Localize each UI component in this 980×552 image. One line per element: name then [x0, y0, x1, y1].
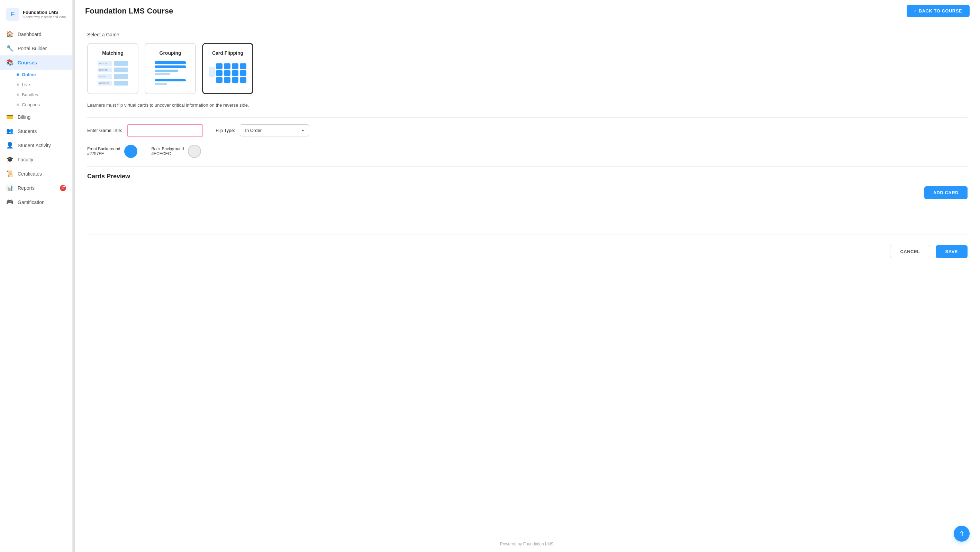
courses-icon: 📚 [6, 59, 13, 66]
back-to-course-button[interactable]: ‹ BACK TO COURSE [907, 5, 970, 17]
game-card-card-flipping[interactable]: Card Flipping [202, 43, 253, 94]
cf-cell [224, 77, 231, 83]
home-icon: 🏠 [6, 30, 13, 38]
mp-cell: MEDICAL [98, 61, 112, 66]
matching-grid: MEDICAL DOCTOR NURSE MEDICINE [98, 61, 128, 86]
gamification-icon: 🎮 [6, 198, 13, 206]
sidebar-item-label: Courses [18, 60, 37, 65]
cancel-button[interactable]: CANCEL [890, 245, 930, 258]
gp-bar [155, 70, 178, 72]
content-area: Select a Game: Matching MEDICAL DOCTOR N… [75, 22, 980, 536]
reports-icon: 📊 [6, 184, 13, 191]
flip-type-label: Flip Type: [216, 128, 235, 133]
footer: Powered by Foundation LMS. [75, 536, 980, 552]
game-card-matching[interactable]: Matching MEDICAL DOCTOR NURSE MEDICINE [87, 43, 138, 94]
cf-cell [224, 70, 231, 76]
grouping-preview-image [155, 59, 186, 87]
sidebar-item-students[interactable]: 👥 Students [0, 124, 72, 138]
sidebar-item-dashboard[interactable]: 🏠 Dashboard [0, 27, 72, 41]
topbar: Foundation LMS Course ‹ BACK TO COURSE [75, 0, 980, 22]
flip-type-select[interactable]: In Order Random Manual [240, 124, 309, 136]
mp-cell: MEDICINE [98, 81, 112, 86]
cf-cell [216, 63, 223, 69]
sidebar-item-portal-builder[interactable]: 🔧 Portal Builder [0, 41, 72, 56]
sidebar-sub-label: Bundles [22, 92, 38, 97]
back-background-label: Back Background [151, 147, 184, 152]
sidebar-item-faculty[interactable]: 🎓 Faculty [0, 152, 72, 167]
gp-bar [155, 61, 186, 64]
back-background-labels: Back Background #ECECEC [151, 147, 184, 156]
back-color-picker[interactable] [188, 145, 201, 158]
cf-side-card [209, 67, 215, 77]
card-flipping-preview-image [212, 59, 243, 87]
game-title-input[interactable] [127, 124, 203, 137]
sidebar-item-billing[interactable]: 💳 Billing [0, 110, 72, 124]
logo-icon: F [6, 8, 19, 21]
game-card-title-card-flipping: Card Flipping [212, 50, 243, 56]
game-cards-container: Matching MEDICAL DOCTOR NURSE MEDICINE [87, 43, 967, 94]
main-content: Foundation LMS Course ‹ BACK TO COURSE S… [75, 0, 980, 552]
logo-text: Foundation LMS A better way to teach and… [23, 10, 66, 19]
game-card-grouping[interactable]: Grouping [145, 43, 196, 94]
game-description: Learners must flip virtual cards to unco… [87, 102, 253, 109]
sidebar-nav: 🏠 Dashboard 🔧 Portal Builder 📚 Courses O… [0, 27, 72, 552]
section-divider-2 [87, 166, 967, 167]
save-button[interactable]: SAVE [936, 245, 967, 258]
sidebar-item-online[interactable]: Online [13, 70, 72, 80]
sidebar-sub-label: Coupons [22, 102, 40, 107]
mp-cell [114, 74, 128, 79]
game-card-title-grouping: Grouping [159, 50, 181, 56]
cards-preview-title: Cards Preview [87, 173, 967, 180]
dot-active [17, 73, 19, 76]
add-card-button[interactable]: ADD CARD [924, 186, 967, 199]
sidebar-item-label: Portal Builder [18, 46, 47, 51]
sidebar-item-label: Reports [18, 185, 35, 191]
gp-bar [155, 79, 186, 81]
mp-cell [114, 67, 128, 72]
mp-cell: NURSE [98, 74, 112, 79]
grouping-bars [155, 61, 186, 85]
student-activity-icon: 👤 [6, 142, 13, 149]
front-background-label: Front Background [87, 147, 120, 152]
chevron-left-icon: ‹ [914, 8, 916, 13]
front-color-picker[interactable] [124, 145, 137, 158]
cf-side [209, 63, 215, 77]
sidebar-sub-label: Live [22, 82, 30, 87]
game-title-label: Enter Game Title: [87, 128, 122, 133]
sidebar-item-student-activity[interactable]: 👤 Student Activity [0, 138, 72, 152]
mp-cell: DOCTOR [98, 67, 112, 72]
sidebar-item-label: Billing [18, 114, 30, 120]
cf-cell [216, 70, 223, 76]
cf-preview-container [209, 63, 247, 83]
game-card-title-matching: Matching [102, 50, 123, 56]
cf-grid [216, 63, 247, 83]
gp-bar [155, 83, 167, 85]
front-color-hex: #2797FE [87, 152, 120, 156]
sidebar-resize-handle[interactable] [73, 0, 75, 552]
notification-badge: 17 [60, 185, 66, 191]
sidebar-item-live[interactable]: Live [13, 80, 72, 90]
sidebar-item-courses[interactable]: 📚 Courses [0, 56, 72, 70]
gp-bar [155, 65, 186, 68]
cf-cell [240, 70, 247, 76]
front-background-field: Front Background #2797FE [87, 145, 137, 158]
cards-preview-actions: ADD CARD [87, 186, 967, 203]
action-row: CANCEL SAVE [87, 240, 967, 262]
sidebar-item-reports[interactable]: 📊 Reports 17 [0, 181, 72, 195]
sidebar-item-label: Certificates [18, 171, 42, 177]
gp-spacer [155, 77, 186, 78]
sidebar-item-bundles[interactable]: Bundles [13, 90, 72, 100]
sidebar-item-label: Students [18, 128, 37, 134]
sidebar-item-gamification[interactable]: 🎮 Gamification [0, 195, 72, 209]
sidebar-item-label: Student Activity [18, 143, 51, 148]
sidebar: F Foundation LMS A better way to teach a… [0, 0, 73, 552]
certificates-icon: 📜 [6, 170, 13, 177]
mp-cell [114, 61, 128, 66]
scroll-to-top-button[interactable]: ⇧ [954, 526, 970, 542]
sidebar-item-certificates[interactable]: 📜 Certificates [0, 167, 72, 181]
back-color-hex: #ECECEC [151, 152, 184, 156]
sidebar-item-label: Faculty [18, 157, 33, 163]
back-background-field: Back Background #ECECEC [151, 145, 201, 158]
sidebar-item-coupons[interactable]: Coupons [13, 100, 72, 110]
mp-cell [114, 81, 128, 86]
